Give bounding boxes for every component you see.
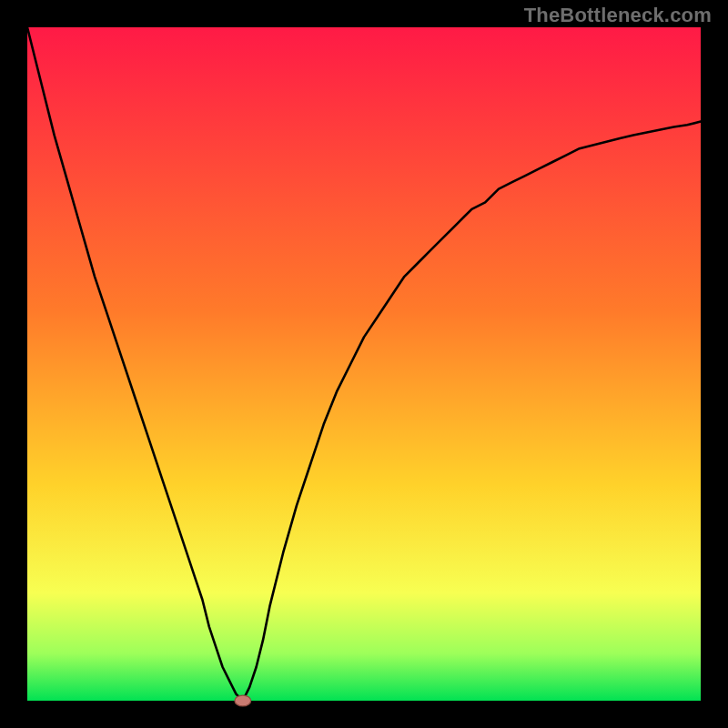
watermark-text: TheBottleneck.com — [524, 4, 712, 27]
chart-frame: { "watermark": "TheBottleneck.com", "col… — [0, 0, 728, 728]
optimal-point-marker — [235, 695, 251, 706]
bottleneck-chart — [0, 0, 728, 728]
plot-background — [27, 27, 701, 701]
